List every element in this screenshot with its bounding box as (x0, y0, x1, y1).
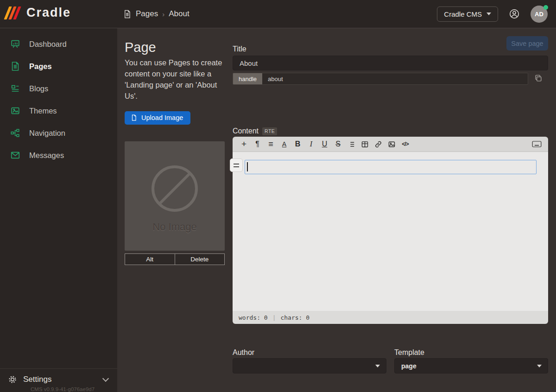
document-icon (123, 10, 132, 19)
app-logo: Cradle (6, 6, 71, 20)
sidebar-item-dashboard[interactable]: Dashboard (0, 33, 117, 55)
file-upload-icon (131, 114, 137, 121)
no-image-label: No Image (152, 221, 196, 233)
rte-badge: RTE (262, 127, 277, 135)
sidebar-item-blogs[interactable]: Blogs (0, 77, 117, 100)
main-content: Page You can use Pages to create content… (117, 28, 556, 392)
handle-field: handle (233, 73, 528, 85)
underline-icon[interactable]: U (318, 138, 331, 150)
table-icon[interactable] (359, 138, 371, 150)
breadcrumb-separator: › (162, 10, 164, 18)
breadcrumb-current: About (169, 9, 189, 19)
logo-stripes-icon (6, 6, 19, 19)
upload-image-label: Upload Image (141, 114, 183, 121)
content-label-row: Content RTE (233, 127, 277, 135)
page-title: Page (125, 40, 156, 55)
handle-input[interactable] (262, 73, 528, 84)
no-image-icon (145, 159, 204, 218)
top-header: Cradle Pages › About Cradle CMS AD (0, 0, 556, 28)
block-drag-handle[interactable] (230, 158, 243, 172)
author-label: Author (233, 348, 254, 357)
editor-status-bar: words: 0 | chars: 0 (233, 311, 548, 324)
code-icon[interactable]: </> (399, 138, 411, 150)
handle-prefix-chip: handle (233, 73, 262, 84)
image-icon[interactable] (385, 138, 398, 150)
keyboard-icon[interactable] (531, 138, 543, 150)
themes-icon (10, 106, 21, 116)
cms-version: CMS v0.9.9-41-g076ae9d7 (0, 385, 117, 392)
sidebar: Dashboard Pages Blogs (0, 28, 117, 392)
chevron-down-icon (537, 365, 542, 367)
chevron-down-icon (102, 375, 109, 382)
site-selector-dropdown[interactable]: Cradle CMS (437, 6, 498, 22)
strikethrough-icon[interactable]: S (332, 138, 344, 150)
add-block-icon[interactable]: + (238, 138, 250, 150)
sidebar-item-label: Pages (29, 62, 52, 71)
dashboard-icon (10, 39, 21, 49)
sidebar-item-label: Themes (29, 107, 57, 115)
status-separator: | (272, 314, 276, 321)
bold-icon[interactable]: B (291, 138, 304, 150)
image-placeholder-panel: No Image (125, 141, 225, 251)
sidebar-item-settings[interactable]: Settings (0, 374, 117, 385)
page-description: You can use Pages to create content on y… (125, 57, 225, 102)
template-value: page (401, 362, 417, 370)
navigation-icon (10, 128, 21, 138)
avatar[interactable]: AD (531, 6, 548, 23)
sidebar-item-label: Messages (29, 151, 64, 160)
copy-handle-icon[interactable] (534, 74, 543, 83)
link-icon[interactable] (372, 138, 385, 150)
sidebar-item-label: Dashboard (29, 40, 67, 49)
save-page-button[interactable]: Save page (506, 36, 548, 51)
sidebar-item-navigation[interactable]: Navigation (0, 122, 117, 144)
online-status-dot (543, 5, 548, 10)
sidebar-item-themes[interactable]: Themes (0, 100, 117, 122)
text-style-icon[interactable]: A (278, 138, 291, 150)
site-selector-label: Cradle CMS (444, 10, 482, 18)
sidebar-item-pages[interactable]: Pages (0, 55, 117, 77)
content-label: Content (233, 127, 259, 135)
editor-content-area[interactable] (233, 152, 548, 311)
blogs-icon (10, 83, 21, 94)
gear-icon (7, 374, 18, 385)
sidebar-item-label: Navigation (29, 129, 65, 138)
pages-icon (10, 61, 21, 71)
rich-text-editor: + ¶ ≡ A B I U S (233, 137, 548, 324)
logo-text: Cradle (26, 6, 71, 20)
title-label: Title (233, 45, 246, 53)
italic-icon[interactable]: I (305, 138, 317, 150)
title-input[interactable] (233, 56, 548, 70)
word-count: words: 0 (239, 314, 268, 321)
alt-button[interactable]: Alt (125, 253, 175, 265)
avatar-initials: AD (535, 11, 543, 18)
breadcrumb: Pages › About (123, 0, 190, 28)
messages-icon (10, 150, 21, 160)
user-account-icon[interactable] (509, 8, 520, 19)
upload-image-button[interactable]: Upload Image (125, 111, 190, 125)
text-cursor (247, 162, 248, 171)
breadcrumb-section[interactable]: Pages (136, 9, 158, 19)
settings-label: Settings (23, 375, 51, 384)
author-select[interactable] (233, 358, 386, 373)
chevron-down-icon (486, 13, 491, 15)
paragraph-icon[interactable]: ¶ (251, 138, 264, 150)
align-icon[interactable]: ≡ (265, 138, 277, 150)
sidebar-item-messages[interactable]: Messages (0, 144, 117, 166)
char-count: chars: 0 (280, 314, 310, 321)
chevron-down-icon (375, 365, 380, 367)
sidebar-item-label: Blogs (29, 84, 48, 93)
bullet-list-icon[interactable] (345, 138, 358, 150)
delete-image-button[interactable]: Delete (175, 253, 225, 265)
focused-text-block[interactable] (245, 160, 537, 174)
template-label: Template (394, 348, 424, 357)
template-select[interactable]: page (394, 358, 548, 373)
editor-toolbar: + ¶ ≡ A B I U S (233, 137, 548, 152)
